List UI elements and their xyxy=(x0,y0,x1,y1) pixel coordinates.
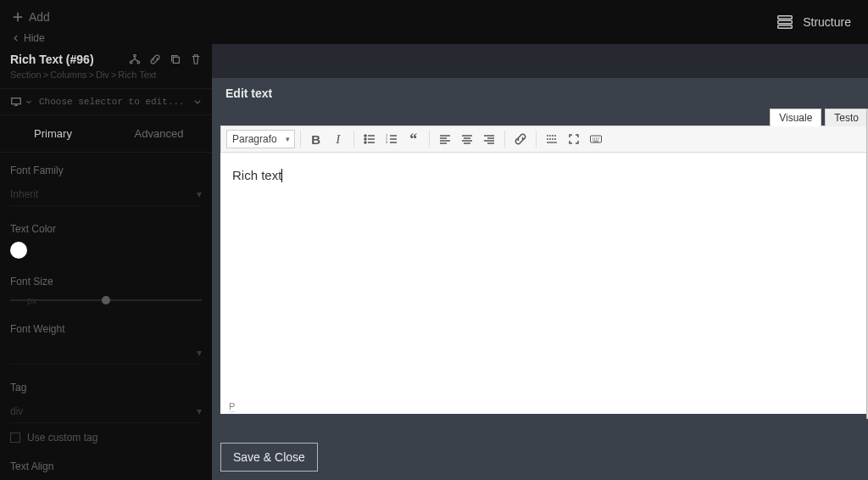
link-icon[interactable] xyxy=(149,53,161,65)
editor-text: Rich text xyxy=(232,168,281,182)
structure-icon xyxy=(776,13,794,31)
field-text-align: Text Align xyxy=(10,460,202,472)
svg-point-10 xyxy=(364,142,366,143)
chevron-down-icon[interactable] xyxy=(193,98,202,106)
tab-primary[interactable]: Primary xyxy=(0,115,106,152)
editor-status-path[interactable]: P xyxy=(229,401,235,412)
checkbox-label: Use custom tag xyxy=(27,432,97,444)
field-label: Font Family xyxy=(10,165,202,176)
css-selector-input[interactable]: Choose selector to edit... xyxy=(39,97,186,107)
breadcrumb-item[interactable]: Section xyxy=(10,70,42,80)
field-text-color: Text Color xyxy=(10,223,202,259)
field-value-text: div xyxy=(10,405,23,417)
italic-button[interactable]: I xyxy=(328,129,348,149)
chevron-left-icon xyxy=(12,34,20,42)
save-row: Save & Close xyxy=(212,434,868,480)
svg-point-8 xyxy=(364,135,366,137)
selector-row: Choose selector to edit... xyxy=(0,88,212,115)
svg-rect-1 xyxy=(778,20,793,24)
trash-icon[interactable] xyxy=(190,53,202,65)
tag-select[interactable]: div ▾ xyxy=(10,400,202,423)
main-area: Edit text Visuale Testo Paragrafo B I 12… xyxy=(212,44,868,480)
device-selector[interactable] xyxy=(10,96,32,108)
field-font-family: Font Family Inherit ▾ xyxy=(10,165,202,206)
chevron-down-icon xyxy=(25,98,32,105)
topbar-left: Add Hide xyxy=(0,0,53,46)
hierarchy-icon[interactable] xyxy=(129,53,141,65)
editor-toolbar: Paragrafo B I 123 “ xyxy=(220,126,868,153)
svg-rect-7 xyxy=(12,98,21,104)
breadcrumb-item[interactable]: Columns xyxy=(50,70,86,80)
top-bar: Add Hide Structure xyxy=(0,0,868,44)
save-close-button[interactable]: Save & Close xyxy=(220,443,318,472)
bold-button[interactable]: B xyxy=(306,129,326,149)
desktop-icon xyxy=(10,96,22,108)
editor-panel: Visuale Testo Paragrafo B I 123 “ xyxy=(220,126,868,414)
sidebar-header: Rich Text (#96) Section>Columns>Div>Rich… xyxy=(0,44,212,88)
blockquote-button[interactable]: “ xyxy=(403,129,424,149)
field-label: Font Weight xyxy=(10,323,202,335)
field-label: Font Size xyxy=(10,276,202,287)
hide-label: Hide xyxy=(24,32,45,44)
insert-link-button[interactable] xyxy=(510,129,531,149)
align-center-button[interactable] xyxy=(457,129,477,149)
add-button[interactable]: Add xyxy=(8,7,53,27)
font-family-select[interactable]: Inherit ▾ xyxy=(10,183,202,206)
insert-more-button[interactable] xyxy=(542,129,562,149)
svg-text:3: 3 xyxy=(386,140,388,144)
field-label: Text Color xyxy=(10,223,202,235)
field-label: Tag xyxy=(10,382,202,393)
svg-point-5 xyxy=(137,61,140,64)
format-select-value: Paragrafo xyxy=(232,133,277,145)
field-tag: Tag div ▾ Use custom tag xyxy=(10,382,202,444)
font-weight-select[interactable]: ▾ xyxy=(10,342,202,365)
sidebar: Rich Text (#96) Section>Columns>Div>Rich… xyxy=(0,44,212,480)
editor-wrap: Visuale Testo Paragrafo B I 123 “ xyxy=(212,109,868,434)
svg-rect-0 xyxy=(778,16,793,20)
editor-content[interactable]: Rich text P xyxy=(220,153,868,414)
breadcrumb-item[interactable]: Rich Text xyxy=(118,70,156,80)
svg-rect-6 xyxy=(173,57,179,63)
chevron-down-icon: ▾ xyxy=(197,405,202,417)
svg-point-9 xyxy=(364,138,366,140)
align-right-button[interactable] xyxy=(479,129,499,149)
tab-visual[interactable]: Visuale xyxy=(770,109,821,126)
breadcrumb[interactable]: Section>Columns>Div>Rich Text xyxy=(10,70,202,80)
svg-rect-2 xyxy=(778,25,793,29)
structure-label: Structure xyxy=(803,15,851,29)
edit-header: Edit text xyxy=(212,78,868,109)
sidebar-body: Font Family Inherit ▾ Text Color Font Si… xyxy=(0,153,212,480)
field-font-weight: Font Weight ▾ xyxy=(10,323,202,365)
field-font-size: Font Size px xyxy=(10,276,202,306)
field-label: Text Align xyxy=(10,460,202,472)
field-value-text: Inherit xyxy=(10,188,38,200)
color-swatch[interactable] xyxy=(10,242,27,259)
checkbox-icon xyxy=(10,433,20,443)
svg-point-3 xyxy=(134,54,136,57)
sidebar-title: Rich Text (#96) xyxy=(10,53,94,66)
topbar-right: Structure xyxy=(776,0,868,44)
slider-thumb[interactable] xyxy=(102,296,110,304)
align-left-button[interactable] xyxy=(435,129,455,149)
fullscreen-button[interactable] xyxy=(564,129,584,149)
plus-icon xyxy=(12,11,24,23)
format-select[interactable]: Paragrafo xyxy=(226,130,295,148)
custom-tag-checkbox[interactable]: Use custom tag xyxy=(10,432,202,444)
keyboard-button[interactable] xyxy=(586,129,606,149)
bullet-list-button[interactable] xyxy=(359,129,380,149)
add-label: Add xyxy=(29,10,50,24)
copy-icon[interactable] xyxy=(170,53,181,65)
tab-advanced[interactable]: Advanced xyxy=(106,115,212,152)
chevron-down-icon: ▾ xyxy=(197,188,202,200)
breadcrumb-item[interactable]: Div xyxy=(96,70,109,80)
editor-mode-tabs: Visuale Testo xyxy=(770,109,868,126)
svg-point-4 xyxy=(130,61,132,64)
numbered-list-button[interactable]: 123 xyxy=(381,129,402,149)
chevron-down-icon: ▾ xyxy=(197,347,202,359)
structure-button[interactable]: Structure xyxy=(776,13,851,31)
font-size-slider[interactable]: px xyxy=(10,294,202,306)
tab-text[interactable]: Testo xyxy=(825,109,868,126)
sidebar-tabs: Primary Advanced xyxy=(0,115,212,153)
